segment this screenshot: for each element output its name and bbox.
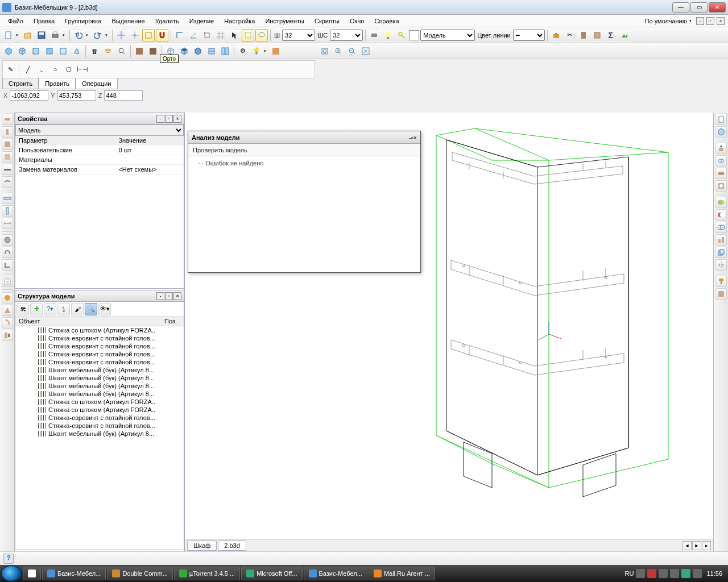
r-material-icon[interactable] bbox=[715, 288, 727, 300]
struct-row[interactable]: Стяжка со штоком (Артикул FORZA.. bbox=[15, 326, 184, 334]
menu-window[interactable]: Окно bbox=[345, 16, 369, 26]
realistic-button[interactable] bbox=[192, 45, 204, 57]
tab-edit[interactable]: Править bbox=[39, 78, 76, 89]
ortho-button[interactable] bbox=[173, 29, 186, 41]
circle-tool[interactable]: ○ bbox=[50, 64, 60, 74]
canvas-tab-cabinet[interactable]: Шкаф bbox=[187, 541, 217, 551]
print-button[interactable] bbox=[49, 29, 61, 41]
struct-row[interactable]: Стяжка-евровинт с потайной голов... bbox=[15, 358, 184, 366]
struct-filter-icon[interactable]: ⤵ bbox=[57, 303, 70, 315]
tray-icon[interactable] bbox=[670, 569, 679, 578]
zoom-in-button[interactable] bbox=[332, 45, 345, 57]
handle-icon[interactable] bbox=[2, 247, 13, 258]
mdi-close[interactable]: × bbox=[717, 17, 725, 25]
light-dropdown-icon[interactable]: ▾ bbox=[264, 49, 268, 53]
side-view-button[interactable] bbox=[43, 45, 56, 57]
zoom-out-button[interactable] bbox=[346, 45, 358, 57]
profile-icon[interactable] bbox=[2, 259, 13, 271]
edge-band-icon[interactable] bbox=[2, 176, 13, 188]
help-button[interactable]: ? bbox=[3, 554, 14, 564]
panel-icon[interactable] bbox=[368, 29, 380, 41]
pen-tool[interactable]: ✎ bbox=[5, 64, 15, 74]
panel-horiz-icon[interactable] bbox=[2, 114, 13, 125]
magnet-button[interactable] bbox=[156, 29, 168, 41]
menu-file[interactable]: Файл bbox=[3, 16, 28, 26]
taskbar-quicklaunch[interactable] bbox=[23, 567, 41, 580]
mdi-restore[interactable]: ▫ bbox=[706, 17, 714, 25]
texture-button[interactable] bbox=[270, 45, 282, 57]
object-snap-button[interactable] bbox=[201, 29, 213, 41]
struct-row[interactable]: Шкант мебельный (бук) (Артикул 8... bbox=[15, 374, 184, 382]
taskbar-item[interactable]: µTorrent 3.4.5 ... bbox=[174, 567, 240, 580]
struct-float-button[interactable]: ▫ bbox=[165, 292, 173, 300]
struct-row[interactable]: Шкант мебельный (бук) (Артикул 8... bbox=[15, 430, 184, 438]
scroll-end-icon[interactable]: ▸ bbox=[702, 541, 711, 550]
struct-add-icon[interactable]: ✚ bbox=[30, 303, 43, 315]
struct-tools-icon[interactable]: 🛠 bbox=[16, 303, 29, 315]
redo-dropdown-icon[interactable]: ▾ bbox=[105, 33, 110, 38]
z-input[interactable] bbox=[104, 90, 143, 101]
taskbar-item[interactable]: Mail.Ru Агент ... bbox=[369, 567, 435, 580]
taskbar-item[interactable]: Базис-Мебел... bbox=[304, 567, 367, 580]
props-combo[interactable]: Модель bbox=[15, 124, 184, 136]
struct-row[interactable]: Стяжка-евровинт с потайной голов... bbox=[15, 422, 184, 430]
struct-row[interactable]: Шкант мебельный (бук) (Артикул 8... bbox=[15, 390, 184, 398]
tray-icon[interactable] bbox=[693, 569, 702, 578]
menu-edit[interactable]: Правка bbox=[29, 16, 59, 26]
taskbar-item[interactable]: Microsoft Off... bbox=[241, 567, 302, 580]
struct-row[interactable]: Шкант мебельный (бук) (Артикул 8... bbox=[15, 366, 184, 374]
angle-snap-button[interactable] bbox=[187, 29, 200, 41]
menu-select[interactable]: Выделение bbox=[107, 16, 149, 26]
mdi-minimize[interactable]: - bbox=[696, 17, 704, 25]
tray-icon[interactable] bbox=[659, 569, 668, 578]
layout-dropdown-icon[interactable]: ▾ bbox=[689, 19, 694, 23]
r-copy-icon[interactable] bbox=[715, 247, 727, 258]
shaded-button[interactable] bbox=[178, 45, 191, 57]
r-cube-icon[interactable] bbox=[715, 126, 727, 138]
r-union-icon[interactable] bbox=[715, 197, 727, 208]
struct-list[interactable]: Стяжка со штоком (Артикул FORZA..Стяжка-… bbox=[15, 326, 184, 438]
hardware-icon[interactable] bbox=[2, 234, 13, 246]
close-button[interactable]: ✕ bbox=[709, 2, 726, 13]
struct-min-button[interactable]: - bbox=[156, 292, 164, 300]
undo-dropdown-icon[interactable]: ▾ bbox=[86, 33, 90, 38]
props-min-button[interactable]: - bbox=[156, 115, 164, 123]
menu-group[interactable]: Группировка bbox=[60, 16, 106, 26]
width-select[interactable]: 32 bbox=[282, 30, 315, 41]
analysis-close-button[interactable]: × bbox=[413, 134, 417, 141]
light-button[interactable]: 💡 bbox=[250, 45, 263, 57]
dimension-icon[interactable] bbox=[2, 218, 13, 229]
grid-toggle-button[interactable] bbox=[214, 29, 227, 41]
cube-iso-button[interactable] bbox=[16, 45, 28, 57]
menu-scripts[interactable]: Скрипты bbox=[310, 16, 344, 26]
struct-row[interactable]: Стяжка со штоком (Артикул FORZA.. bbox=[15, 406, 184, 414]
tray-icon[interactable] bbox=[681, 569, 690, 578]
r-extrude-icon[interactable] bbox=[715, 143, 727, 154]
new-button[interactable] bbox=[2, 29, 15, 41]
struct-brush-icon[interactable]: 🖌 bbox=[71, 303, 84, 315]
angle-tool[interactable]: ⦦ bbox=[36, 64, 47, 74]
menu-settings[interactable]: Настройка bbox=[220, 16, 259, 26]
color-swatch[interactable] bbox=[409, 30, 419, 40]
sphere-icon[interactable] bbox=[2, 292, 13, 304]
struct-eye-icon[interactable]: 👁▾ bbox=[98, 303, 111, 315]
line-tool[interactable]: ╱ bbox=[23, 64, 33, 74]
briefcase-button[interactable] bbox=[550, 29, 562, 41]
struct-row[interactable]: Стяжка-евровинт с потайной голов... bbox=[15, 342, 184, 350]
menu-delete[interactable]: Удалить bbox=[151, 16, 184, 26]
assembly-icon[interactable] bbox=[2, 330, 13, 341]
r-scale-icon[interactable] bbox=[715, 234, 727, 246]
countertop-icon[interactable] bbox=[2, 164, 13, 175]
zoom-fit-button[interactable] bbox=[359, 45, 372, 57]
ruler-h-icon[interactable] bbox=[2, 193, 13, 204]
clock[interactable]: 11:56 bbox=[704, 570, 725, 577]
material2-button[interactable] bbox=[147, 45, 159, 57]
scroll-right-icon[interactable]: ► bbox=[692, 541, 701, 550]
door-button[interactable] bbox=[577, 29, 590, 41]
cursor-button[interactable] bbox=[228, 29, 241, 41]
props-row[interactable]: Пользовательские0 шт bbox=[15, 146, 184, 155]
analysis-check-button[interactable]: Проверить модель bbox=[188, 144, 420, 156]
struct-row[interactable]: Стяжка со штоком (Артикул FORZA.. bbox=[15, 398, 184, 406]
select-box-button[interactable] bbox=[242, 29, 254, 41]
struct-row[interactable]: Шкант мебельный (бук) (Артикул 8... bbox=[15, 382, 184, 390]
